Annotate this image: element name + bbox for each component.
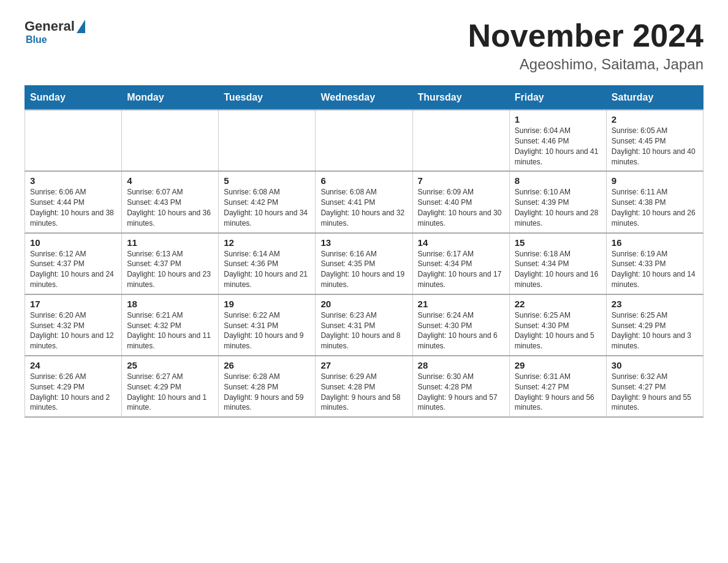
calendar-cell: 2Sunrise: 6:05 AMSunset: 4:45 PMDaylight… (606, 110, 703, 171)
calendar-cell: 6Sunrise: 6:08 AMSunset: 4:41 PMDaylight… (316, 171, 412, 232)
calendar-cell: 1Sunrise: 6:04 AMSunset: 4:46 PMDaylight… (509, 110, 606, 171)
weekday-header-monday: Monday (122, 86, 219, 110)
calendar-cell: 11Sunrise: 6:13 AMSunset: 4:37 PMDayligh… (122, 233, 219, 294)
day-number: 10 (30, 237, 116, 248)
calendar-cell (122, 110, 219, 171)
day-info: Sunrise: 6:25 AMSunset: 4:29 PMDaylight:… (612, 310, 698, 351)
calendar-cell: 22Sunrise: 6:25 AMSunset: 4:30 PMDayligh… (509, 294, 606, 356)
calendar-cell: 14Sunrise: 6:17 AMSunset: 4:34 PMDayligh… (412, 233, 509, 294)
day-info: Sunrise: 6:25 AMSunset: 4:30 PMDaylight:… (515, 310, 601, 351)
calendar-cell: 25Sunrise: 6:27 AMSunset: 4:29 PMDayligh… (122, 356, 219, 417)
calendar-cell: 26Sunrise: 6:28 AMSunset: 4:28 PMDayligh… (219, 356, 316, 417)
day-number: 19 (224, 299, 310, 309)
logo-triangle-icon (77, 20, 85, 33)
page-header: General Blue November 2024 Ageoshimo, Sa… (25, 18, 703, 73)
calendar-cell: 3Sunrise: 6:06 AMSunset: 4:44 PMDaylight… (25, 171, 122, 232)
week-row-5: 24Sunrise: 6:26 AMSunset: 4:29 PMDayligh… (25, 356, 703, 417)
calendar-cell: 27Sunrise: 6:29 AMSunset: 4:28 PMDayligh… (316, 356, 412, 417)
day-number: 2 (612, 114, 698, 124)
weekday-header-saturday: Saturday (606, 86, 703, 110)
day-number: 26 (224, 360, 310, 370)
day-info: Sunrise: 6:29 AMSunset: 4:28 PMDaylight:… (320, 372, 407, 413)
calendar-cell: 7Sunrise: 6:09 AMSunset: 4:40 PMDaylight… (412, 171, 509, 232)
logo-blue-text: Blue (26, 34, 47, 45)
day-info: Sunrise: 6:28 AMSunset: 4:28 PMDaylight:… (224, 372, 310, 413)
calendar-subtitle: Ageoshimo, Saitama, Japan (468, 56, 703, 73)
calendar-cell: 29Sunrise: 6:31 AMSunset: 4:27 PMDayligh… (509, 356, 606, 417)
day-info: Sunrise: 6:23 AMSunset: 4:31 PMDaylight:… (320, 310, 407, 351)
weekday-header-thursday: Thursday (412, 86, 509, 110)
day-number: 17 (30, 299, 116, 309)
day-info: Sunrise: 6:19 AMSunset: 4:33 PMDaylight:… (612, 249, 698, 290)
day-number: 21 (418, 299, 504, 309)
calendar-table: SundayMondayTuesdayWednesdayThursdayFrid… (25, 85, 703, 418)
title-block: November 2024 Ageoshimo, Saitama, Japan (468, 18, 703, 73)
day-info: Sunrise: 6:30 AMSunset: 4:28 PMDaylight:… (418, 372, 504, 413)
day-number: 28 (418, 360, 504, 370)
day-number: 1 (515, 114, 601, 124)
weekday-header-wednesday: Wednesday (316, 86, 412, 110)
day-info: Sunrise: 6:27 AMSunset: 4:29 PMDaylight:… (127, 372, 213, 413)
calendar-cell: 8Sunrise: 6:10 AMSunset: 4:39 PMDaylight… (509, 171, 606, 232)
day-info: Sunrise: 6:17 AMSunset: 4:34 PMDaylight:… (418, 249, 504, 290)
weekday-header-sunday: Sunday (25, 86, 122, 110)
calendar-cell (412, 110, 509, 171)
calendar-title: November 2024 (468, 18, 703, 53)
day-info: Sunrise: 6:14 AMSunset: 4:36 PMDaylight:… (224, 249, 310, 290)
day-info: Sunrise: 6:06 AMSunset: 4:44 PMDaylight:… (30, 187, 116, 228)
day-number: 5 (224, 175, 310, 186)
day-number: 11 (127, 237, 213, 248)
calendar-cell: 16Sunrise: 6:19 AMSunset: 4:33 PMDayligh… (606, 233, 703, 294)
calendar-cell: 19Sunrise: 6:22 AMSunset: 4:31 PMDayligh… (219, 294, 316, 356)
calendar-cell: 21Sunrise: 6:24 AMSunset: 4:30 PMDayligh… (412, 294, 509, 356)
weekday-header-friday: Friday (509, 86, 606, 110)
day-number: 13 (320, 237, 407, 248)
day-number: 18 (127, 299, 213, 309)
day-number: 4 (127, 175, 213, 186)
calendar-cell: 17Sunrise: 6:20 AMSunset: 4:32 PMDayligh… (25, 294, 122, 356)
calendar-cell (25, 110, 122, 171)
day-number: 12 (224, 237, 310, 248)
day-number: 27 (320, 360, 407, 370)
day-number: 3 (30, 175, 116, 186)
calendar-cell: 15Sunrise: 6:18 AMSunset: 4:34 PMDayligh… (509, 233, 606, 294)
calendar-cell: 30Sunrise: 6:32 AMSunset: 4:27 PMDayligh… (606, 356, 703, 417)
calendar-cell: 4Sunrise: 6:07 AMSunset: 4:43 PMDaylight… (122, 171, 219, 232)
calendar-cell: 24Sunrise: 6:26 AMSunset: 4:29 PMDayligh… (25, 356, 122, 417)
day-info: Sunrise: 6:31 AMSunset: 4:27 PMDaylight:… (515, 372, 601, 413)
calendar-cell (316, 110, 412, 171)
week-row-3: 10Sunrise: 6:12 AMSunset: 4:37 PMDayligh… (25, 233, 703, 294)
calendar-cell: 5Sunrise: 6:08 AMSunset: 4:42 PMDaylight… (219, 171, 316, 232)
calendar-cell: 9Sunrise: 6:11 AMSunset: 4:38 PMDaylight… (606, 171, 703, 232)
calendar-cell: 28Sunrise: 6:30 AMSunset: 4:28 PMDayligh… (412, 356, 509, 417)
day-info: Sunrise: 6:10 AMSunset: 4:39 PMDaylight:… (515, 187, 601, 228)
day-info: Sunrise: 6:11 AMSunset: 4:38 PMDaylight:… (612, 187, 698, 228)
logo: General Blue (25, 18, 85, 45)
day-info: Sunrise: 6:08 AMSunset: 4:41 PMDaylight:… (320, 187, 407, 228)
day-info: Sunrise: 6:13 AMSunset: 4:37 PMDaylight:… (127, 249, 213, 290)
calendar-cell (219, 110, 316, 171)
logo-general-text: General (25, 18, 75, 34)
day-info: Sunrise: 6:04 AMSunset: 4:46 PMDaylight:… (515, 126, 601, 167)
day-info: Sunrise: 6:26 AMSunset: 4:29 PMDaylight:… (30, 372, 116, 413)
week-row-4: 17Sunrise: 6:20 AMSunset: 4:32 PMDayligh… (25, 294, 703, 356)
calendar-cell: 12Sunrise: 6:14 AMSunset: 4:36 PMDayligh… (219, 233, 316, 294)
day-number: 22 (515, 299, 601, 309)
day-info: Sunrise: 6:07 AMSunset: 4:43 PMDaylight:… (127, 187, 213, 228)
day-info: Sunrise: 6:12 AMSunset: 4:37 PMDaylight:… (30, 249, 116, 290)
calendar-cell: 18Sunrise: 6:21 AMSunset: 4:32 PMDayligh… (122, 294, 219, 356)
day-info: Sunrise: 6:20 AMSunset: 4:32 PMDaylight:… (30, 310, 116, 351)
week-row-1: 1Sunrise: 6:04 AMSunset: 4:46 PMDaylight… (25, 110, 703, 171)
day-info: Sunrise: 6:32 AMSunset: 4:27 PMDaylight:… (612, 372, 698, 413)
day-number: 8 (515, 175, 601, 186)
day-info: Sunrise: 6:18 AMSunset: 4:34 PMDaylight:… (515, 249, 601, 290)
calendar-cell: 13Sunrise: 6:16 AMSunset: 4:35 PMDayligh… (316, 233, 412, 294)
day-number: 9 (612, 175, 698, 186)
weekday-header-tuesday: Tuesday (219, 86, 316, 110)
day-number: 20 (320, 299, 407, 309)
day-number: 25 (127, 360, 213, 370)
calendar-cell: 23Sunrise: 6:25 AMSunset: 4:29 PMDayligh… (606, 294, 703, 356)
day-number: 15 (515, 237, 601, 248)
day-info: Sunrise: 6:24 AMSunset: 4:30 PMDaylight:… (418, 310, 504, 351)
calendar-cell: 10Sunrise: 6:12 AMSunset: 4:37 PMDayligh… (25, 233, 122, 294)
